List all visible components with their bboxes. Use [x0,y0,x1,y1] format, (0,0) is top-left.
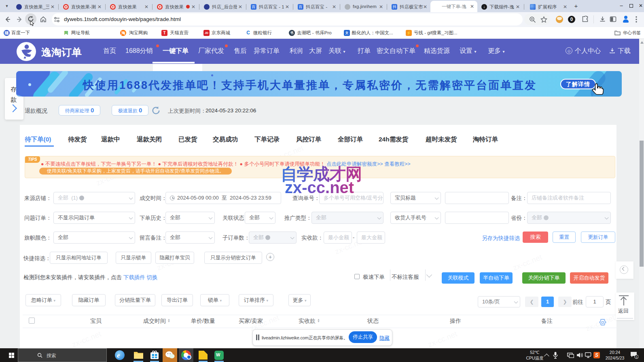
svg-text:1: 1 [636,356,638,358]
